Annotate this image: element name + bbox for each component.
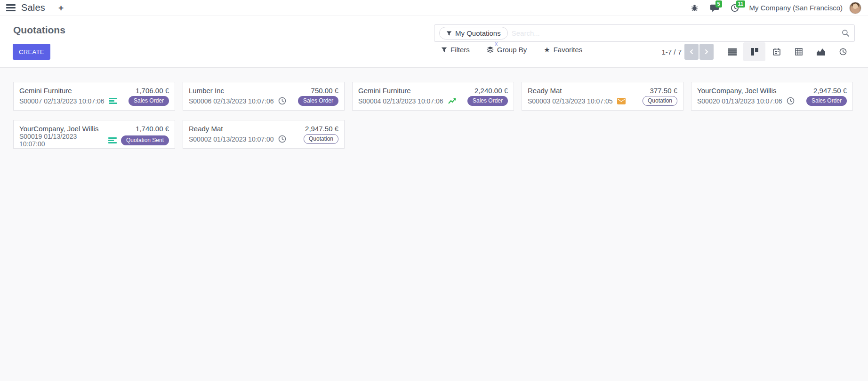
status-badge: Sales Order <box>806 96 847 106</box>
status-badge: Quotation <box>643 96 677 106</box>
order-amount: 2,947.50 € <box>813 87 847 95</box>
create-button[interactable]: CREATE <box>13 44 50 60</box>
view-graph-button[interactable] <box>810 42 832 61</box>
order-amount: 377.50 € <box>650 87 677 95</box>
order-reference-date: S00019 01/13/2023 10:07:00 <box>19 133 104 148</box>
app-name[interactable]: Sales <box>21 2 45 13</box>
calendar-view-icon <box>773 48 780 56</box>
activity-note-icon[interactable] <box>108 137 117 143</box>
quotation-card[interactable]: Lumber Inc 750.00 € S00006 02/13/2023 10… <box>183 82 345 111</box>
order-reference-date: S00007 02/13/2023 10:07:06 <box>19 97 104 105</box>
star-icon: ★ <box>544 46 550 53</box>
order-reference-date: S00004 02/13/2023 10:07:06 <box>358 97 443 105</box>
kanban-view-icon <box>751 48 758 56</box>
customer-name: Ready Mat <box>189 125 223 133</box>
chevron-right-icon <box>704 49 709 55</box>
pager-previous-button[interactable] <box>684 44 699 60</box>
order-reference-date: S00020 01/13/2023 10:07:06 <box>697 97 782 105</box>
status-badge: Sales Order <box>129 96 169 106</box>
favorites-label: Favorites <box>554 46 583 54</box>
favorites-button[interactable]: ★ Favorites <box>544 46 582 54</box>
top-navbar: Sales + 5 11 My Compa <box>0 0 868 16</box>
search-input[interactable] <box>512 29 842 37</box>
messages-icon[interactable]: 5 <box>710 4 719 12</box>
activity-view-icon <box>839 48 847 56</box>
quotation-card[interactable]: Ready Mat 2,947.50 € S00002 01/13/2023 1… <box>183 120 345 149</box>
chevron-left-icon <box>689 49 694 55</box>
pager-next-button[interactable] <box>699 44 714 60</box>
pager-range: 1-7 / 7 <box>639 48 682 56</box>
order-amount: 1,706.00 € <box>136 87 169 95</box>
apps-menu-icon[interactable] <box>6 3 16 13</box>
activity-note-icon[interactable] <box>109 98 117 104</box>
activity-clock-icon[interactable] <box>278 97 286 105</box>
view-calendar-button[interactable] <box>765 42 788 61</box>
layers-icon <box>487 46 494 53</box>
quotation-card[interactable]: YourCompany, Joel Willis 2,947.50 € S000… <box>691 82 853 111</box>
search-icon[interactable] <box>842 29 850 37</box>
activity-email-icon[interactable] <box>617 98 626 104</box>
quotation-card[interactable]: Gemini Furniture 1,706.00 € S00007 02/13… <box>13 82 175 111</box>
order-reference-date: S00003 02/13/2023 10:07:05 <box>528 97 613 105</box>
kanban-cards: Gemini Furniture 1,706.00 € S00007 02/13… <box>13 82 855 149</box>
activities-icon[interactable]: 11 <box>731 4 739 12</box>
filter-icon <box>441 47 447 53</box>
list-view-icon <box>728 48 737 56</box>
activity-clock-icon[interactable] <box>278 135 286 143</box>
customer-name: YourCompany, Joel Willis <box>697 87 776 95</box>
status-badge: Quotation <box>304 134 338 144</box>
view-activity-button[interactable] <box>832 42 854 61</box>
search-bar[interactable]: My Quotations x <box>434 24 855 42</box>
user-avatar[interactable] <box>849 2 861 14</box>
activity-clock-icon[interactable] <box>787 97 795 105</box>
new-tab-icon[interactable]: + <box>58 3 64 13</box>
kanban-view: Gemini Furniture 1,706.00 € S00007 02/13… <box>0 68 868 381</box>
messages-count-badge: 5 <box>715 0 722 8</box>
order-amount: 750.00 € <box>311 87 338 95</box>
group-by-button[interactable]: Group By <box>487 46 527 54</box>
filters-button[interactable]: Filters <box>441 46 470 54</box>
view-list-button[interactable] <box>721 42 743 61</box>
graph-view-icon <box>817 48 825 56</box>
page-title: Quotations <box>13 24 65 36</box>
order-amount: 2,947.50 € <box>305 125 338 133</box>
view-pivot-button[interactable] <box>788 42 810 61</box>
search-facet-label: My Quotations <box>455 29 501 37</box>
filter-icon <box>446 31 452 36</box>
customer-name: Gemini Furniture <box>19 87 72 95</box>
control-panel: Quotations CREATE My Quotations x Filter… <box>0 16 868 68</box>
view-switcher <box>721 42 854 61</box>
order-reference-date: S00006 02/13/2023 10:07:06 <box>189 97 274 105</box>
customer-name: Ready Mat <box>528 87 562 95</box>
status-badge: Sales Order <box>467 96 508 106</box>
order-amount: 2,240.00 € <box>474 87 508 95</box>
quotation-card[interactable]: Gemini Furniture 2,240.00 € S00004 02/13… <box>352 82 514 111</box>
order-amount: 1,740.00 € <box>136 125 169 133</box>
quotation-card[interactable]: YourCompany, Joel Willis 1,740.00 € S000… <box>13 120 175 149</box>
order-reference-date: S00002 01/13/2023 10:07:00 <box>189 135 274 143</box>
debug-bug-icon[interactable] <box>691 4 699 12</box>
customer-name: Lumber Inc <box>189 87 224 95</box>
quotation-card[interactable]: Ready Mat 377.50 € S00003 02/13/2023 10:… <box>522 82 683 111</box>
view-kanban-button[interactable] <box>743 42 765 61</box>
searchview-buttons: Filters Group By ★ Favorites <box>441 46 582 54</box>
pivot-view-icon <box>795 48 803 56</box>
search-facet-my-quotations[interactable]: My Quotations <box>439 27 508 40</box>
status-badge: Quotation Sent <box>121 135 169 145</box>
customer-name: YourCompany, Joel Willis <box>19 125 98 133</box>
activity-upsell-icon[interactable] <box>448 97 457 105</box>
customer-name: Gemini Furniture <box>358 87 411 95</box>
status-badge: Sales Order <box>298 96 338 106</box>
company-switcher[interactable]: My Company (San Francisco) <box>749 4 843 12</box>
group-by-label: Group By <box>497 46 527 54</box>
activities-count-badge: 11 <box>736 0 746 8</box>
filters-label: Filters <box>450 46 470 54</box>
